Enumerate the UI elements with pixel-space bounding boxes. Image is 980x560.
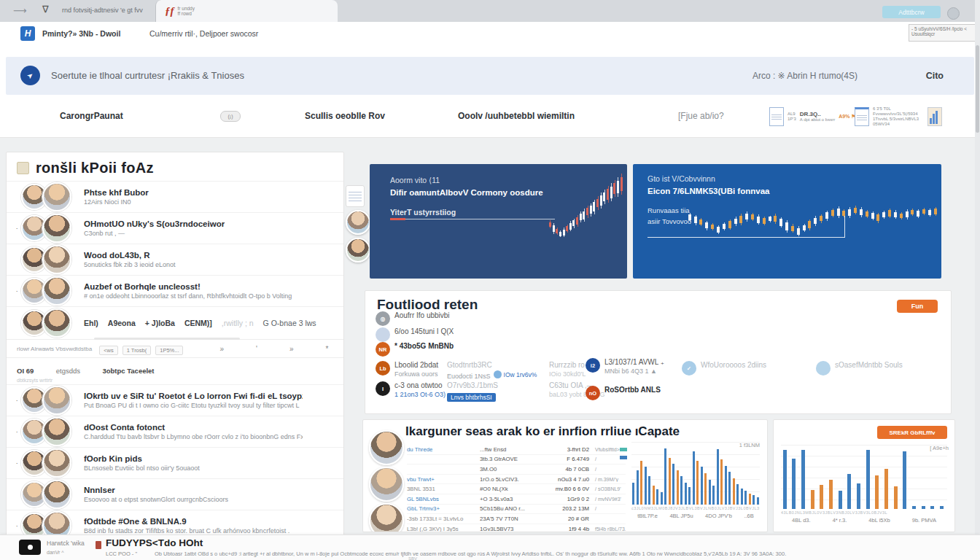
floating-avatar[interactable] xyxy=(346,210,370,235)
pager-arrow[interactable]: * xyxy=(326,345,329,353)
x-axis-ticks: 43LB0JNL3MBJL0V3JBLV3NBJ0LV3JBV3L0BJV3L xyxy=(781,510,947,515)
avatar xyxy=(42,182,71,211)
floating-list-icon[interactable] xyxy=(346,185,365,207)
rank-marker: ∙ xyxy=(12,522,21,529)
chart-legend-chips xyxy=(620,448,627,459)
toolbar-breadcrumb[interactable]: Pminty?» 3Nb - Dwoil xyxy=(42,29,120,38)
browser-tab-active[interactable]: ƒf fr unddy ff rowd xyxy=(155,0,338,22)
profile-circle-icon[interactable] xyxy=(947,7,960,20)
candlestick-chart xyxy=(548,171,622,253)
person-row[interactable]: Wood doL43b, R5onuticks fbk zib 3 ieoid … xyxy=(7,244,343,275)
watchlist-item[interactable]: NR* 43bo5G MnBNb xyxy=(376,342,454,357)
market-table-row[interactable]: 3BNL 3531#O0 NL(Xkmv.B0 6 6 0V/ sO3BNL9' xyxy=(407,484,626,494)
banner-link[interactable]: Arco : ※ Abrin H rtumo(4S) xyxy=(752,71,858,81)
market-table-row[interactable]: GL 5BNLvbs+O 3-5Lv0a31Gr9 0 2/ mvNV9#3' xyxy=(407,494,626,505)
market-table-row[interactable]: vbu Trwvt+1rO.o 5LvCIV3.nOu3 4 7.u0/ m.3… xyxy=(407,475,626,485)
market-mini-widget-1[interactable]: AL91P'3 DR.3Q.. A dpt ablot o bssrr A9% … xyxy=(769,104,856,130)
x-axis-group-labels: 4BL d3.4* r.3.4bL i5Xb9b. PMVA xyxy=(781,517,947,524)
trending-people-panel: ronšli kPoii foAz Phtse khf Bubor12Airs … xyxy=(6,152,344,543)
person-row[interactable]: ∙OHmotUO nUky's S(ou3rndoceiworC3onb rut… xyxy=(7,212,343,244)
person-name[interactable]: Wood doL43b, R xyxy=(84,251,176,260)
axis-label: 4DO JPV'b xyxy=(705,513,732,519)
site-logo[interactable]: H xyxy=(20,26,35,41)
hero-left-link[interactable]: YiterT ustyrrstiiog xyxy=(390,208,456,217)
nav-item-2[interactable]: Scullis oeoblle Rov xyxy=(305,111,385,121)
market-table: du Threde...ftw Ensd3-fhrt D2VfubsIfttd>… xyxy=(407,445,626,532)
watchlist-item[interactable]: ◎Aoufrr Ifo ubbivbi xyxy=(376,311,450,326)
watchlist-item[interactable]: Gtodtnrtb3RCEuodocti 1NsSIOw 1rv6v% xyxy=(447,361,537,380)
watchlist-item[interactable]: sOasefMdntbb Souls xyxy=(816,361,903,376)
people-stats-row[interactable]: Ehl)A9eona+ J)loBaCENM)],rwitlly ; nG O-… xyxy=(7,306,343,339)
person-name[interactable]: dOost Conta fotonct xyxy=(84,423,303,432)
rank-marker: ∙ xyxy=(12,459,21,467)
person-row[interactable]: ∙dOost Conta fotonctC.harddud Ttu bavb l… xyxy=(7,416,343,447)
cell-name: 3tb.3 GtrAOVE xyxy=(480,456,547,462)
watchlist-item[interactable]: ✓WfoUoroooos 2diins xyxy=(682,361,766,376)
browser-tab-inactive[interactable]: rnd fotvsitj-adtnesiv 'e gt fvv xyxy=(62,7,149,14)
cell-value: F 6.4749 xyxy=(547,456,589,462)
market-table-row[interactable]: 3M.O04b 7 0CB/ xyxy=(407,464,626,475)
person-name[interactable]: Phtse khf Bubor xyxy=(84,188,149,197)
back-arrow-icon[interactable]: ⟶ xyxy=(13,5,27,16)
market-avatar[interactable] xyxy=(369,503,404,532)
person-row[interactable]: ∙IOkrtb uv e SiR tu' Roetot é Lo lorron … xyxy=(7,384,343,416)
cell-name: +O 3-5Lv0a3 xyxy=(480,496,547,502)
watchlist-item[interactable]: nORoSOrtbb ANLS xyxy=(586,386,661,400)
person-row[interactable]: ∙fOorb Kin pidsBLnsoseb Euvtiic bol ntso… xyxy=(7,447,343,478)
market-table-row[interactable]: GbL Trtmv3+5Cb15Bu ANO r...203.2 13M/ xyxy=(407,505,626,515)
market-table-row[interactable]: -3sb 1733Lt = 3LvtvLo23A'5 7V 7T0N20 # G… xyxy=(407,514,626,524)
market-table-row[interactable]: L3b! (,G 3KV) I 3y5s1Gv3L5BV731f9 4 4bf5… xyxy=(407,524,626,532)
mini-chart-icon xyxy=(855,107,869,126)
filter-funnel-icon[interactable]: ∇ xyxy=(42,4,49,15)
cell-value: mv.B0 6 6 0V xyxy=(547,486,589,492)
hero-card-futures[interactable]: Gto ist V/Cobvvinnn Eicon 7/6LNMK53(UBi … xyxy=(633,164,941,279)
cell-symbol: -3sb 1733Lt = 3LvtvLo xyxy=(407,516,480,522)
person-name[interactable]: Nnnlser xyxy=(84,486,228,494)
nav-chip-icon[interactable]: (¡) xyxy=(220,111,241,122)
nav-item-3[interactable]: Ooolv /uuhbetebbl wiemiltin xyxy=(458,111,575,121)
watchlist-item-tag[interactable]: Lnvs bhtbrhsSI xyxy=(447,393,496,402)
market-avatar[interactable] xyxy=(369,430,404,465)
person-row[interactable]: ∙Auzbef ot Borhqle uncleosst!# on1e odde… xyxy=(7,275,343,306)
person-name[interactable]: Auzbef ot Borhqle uncleosst! xyxy=(84,282,292,291)
pager-arrow[interactable]: » xyxy=(219,345,224,353)
watchlist-item[interactable]: Ic-3 ona otwtoo1 21on3 Ot-6 O3) ▾ xyxy=(376,381,451,398)
pager-pill[interactable]: <ws xyxy=(99,346,118,355)
cell-symbol: 3BNL 3531 xyxy=(407,486,480,492)
cookie-dropdown[interactable]: danVr ^ xyxy=(47,550,64,555)
person-row[interactable]: NnnlserEsoovoo at o etpst snotwnGlort ou… xyxy=(7,478,343,510)
banner-close-button[interactable]: Cito xyxy=(926,71,944,81)
market-table-row[interactable]: 3tb.3 GtrAOVEF 6.4749/ xyxy=(407,455,626,465)
chart-action-button[interactable]: SREkR GbRLfffv xyxy=(877,426,947,439)
watchlist-item-icon xyxy=(376,327,390,342)
market-mini-widget-2[interactable]: 6 3'5 T0L Fvvwwvvlvv/3L'5(/5934 1TtvvbL … xyxy=(855,104,942,130)
watchlist-item[interactable]: 6/oo 145tuni I Q(X xyxy=(376,327,454,342)
watchlist-item[interactable]: O7rv9b3./1bmSLnvs bhtbrhsSI xyxy=(447,381,498,402)
watchlist-item[interactable]: i2L3/1037/1 AVWL ₊MNbi b6 4Q3 1 ▲ xyxy=(586,358,664,375)
hero-card-commodity[interactable]: Aoorm vito ⟨11 Difir oamuntAlbovV Cormon… xyxy=(370,164,627,279)
person-name[interactable]: fOdtbde #One & BNLNA.9 xyxy=(84,517,289,526)
x-axis-group-labels: tBtL7P.e4BL JP5u4DO JPV'b..6B xyxy=(631,513,760,519)
person-name[interactable]: fOorb Kin pids xyxy=(84,454,200,463)
x-axis-ticks: c3JL0NM3JLM0BJ8JV3JLBVL3BVJLNB0JLV3JBVJ3… xyxy=(631,506,760,510)
pager-arrow[interactable]: » xyxy=(289,345,294,353)
person-row[interactable]: Phtse khf Bubor12Airs Nioci IN0 xyxy=(7,181,343,212)
people-table-header: OI 69 etgsdds 3obtpc Taceelet dbtkzsyts … xyxy=(7,357,343,384)
pager-pill[interactable]: 1 Trosb( xyxy=(122,346,152,355)
cell-name: 1rO.o 5LvCIV3. xyxy=(480,476,547,483)
person-name[interactable]: IOkrtb uv e SiR tu' Roetot é Lo lorron F… xyxy=(84,392,303,400)
cell-change: / m.39M/'y xyxy=(589,477,626,482)
person-name[interactable]: OHmotUO nUky's S(ou3rndoceiwor xyxy=(84,219,225,228)
scrollbar-thumb[interactable] xyxy=(976,45,979,133)
market-avatar[interactable] xyxy=(369,467,404,502)
record-icon[interactable] xyxy=(19,540,41,555)
nav-item-1[interactable]: CarongrPaunat xyxy=(60,111,123,121)
watchlist-item[interactable]: LbLboolid 2bdatForkuwa ouors xyxy=(376,361,438,378)
market-table-row[interactable]: du Threde...ftw Ensd3-fhrt D2VfubsIfttd> xyxy=(407,445,626,455)
nav-item-4[interactable]: [Fjue ab/io? xyxy=(678,111,724,121)
signin-button[interactable]: Adtttbcrw xyxy=(882,6,941,18)
floating-avatar[interactable] xyxy=(346,238,370,262)
pager-pill[interactable]: 1P5%... xyxy=(155,346,183,355)
scrollbar-horizontal[interactable] xyxy=(94,338,240,340)
pager-arrow[interactable]: ' xyxy=(256,345,257,353)
